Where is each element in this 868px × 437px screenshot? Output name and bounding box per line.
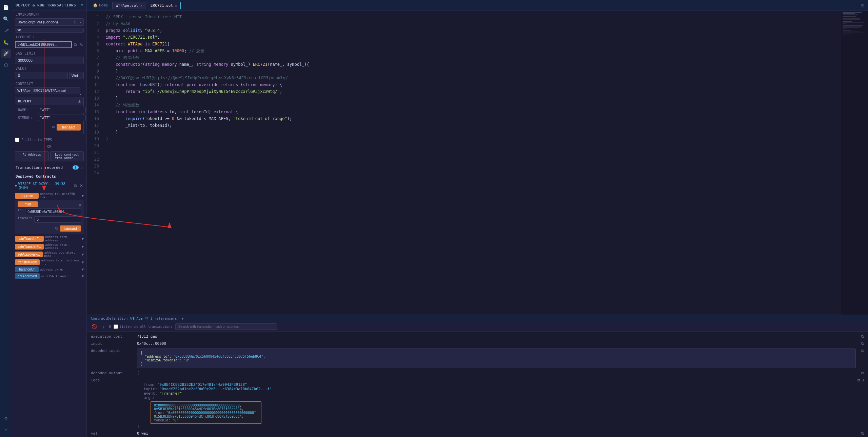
symbol-label: SYMBOL: xyxy=(18,116,37,120)
load-contract-btn[interactable]: Load contract from Addre... xyxy=(50,151,84,161)
decoded-input-line4: ] xyxy=(141,362,852,366)
split-editor-btn[interactable]: ⊡ xyxy=(860,2,865,9)
get-approved-btn[interactable]: getApproved xyxy=(15,273,40,279)
mint-section: mint ▲ to: tokenId: ⧉ transact xyxy=(15,200,84,234)
logs-event: event: "Transfer" xyxy=(144,391,852,396)
deploy-symbol-row: SYMBOL: xyxy=(18,115,81,121)
wtfape-tab-label: WTFApe.sol xyxy=(116,3,138,8)
contract-select[interactable]: WTFApe - ERC721/WTFApe.sol xyxy=(15,87,80,94)
home-label: Home xyxy=(99,3,108,7)
get-approved-desc: uint256 tokenId xyxy=(41,275,80,278)
balance-of-chevron-icon: ▼ xyxy=(82,267,84,271)
clear-btn[interactable]: 🚫 xyxy=(90,323,98,330)
scroll-down-btn[interactable]: ↓ xyxy=(101,323,106,330)
value-input[interactable] xyxy=(15,72,68,79)
decoded-input-copy-icon[interactable]: ⧉ xyxy=(861,349,864,368)
publish-ipfs-checkbox[interactable] xyxy=(15,138,19,142)
deploy-label: DEPLOY xyxy=(18,99,32,103)
mint-to-input[interactable] xyxy=(25,208,81,215)
definition-link-icon[interactable]: ⧉ xyxy=(145,316,148,320)
execution-cost-label: execution cost xyxy=(91,334,132,339)
mint-tokenid-input[interactable] xyxy=(34,216,81,223)
definition-bar: ContractDefinition WTFApe ⧉ 1 reference(… xyxy=(87,315,868,322)
deploy-transact-btn[interactable]: transact xyxy=(57,124,81,131)
main-area: 🏠 Home WTFApe.sol ✕ ERC721.sol ✕ ⊡ 12345… xyxy=(87,0,868,437)
plugin-icon[interactable]: ⬡ xyxy=(1,60,11,70)
panel-title: DEPLOY & RUN TRANSACTIONS xyxy=(16,3,76,7)
safe-transfer-from-1-btn[interactable]: safeTransferF... xyxy=(15,236,44,242)
debug-icon[interactable]: 🐛 xyxy=(1,37,11,47)
publish-ipfs-label: Publish to IPFS xyxy=(21,138,52,142)
code-content[interactable]: // SPDX-License-Identifier: MIT // by 0x… xyxy=(100,11,841,315)
mint-transact-btn[interactable]: transact xyxy=(60,225,81,232)
deployed-close-btn[interactable]: ✕ xyxy=(79,183,84,189)
set-approval-chevron-icon: ▼ xyxy=(82,253,84,256)
account-edit-btn[interactable]: ✎ xyxy=(79,42,84,48)
contract-definition-link[interactable]: WTFApe xyxy=(130,317,142,320)
bottom-toolbar: 🚫 ↓ 0 listen on all transactions xyxy=(87,322,868,332)
search-icon[interactable]: 🔍 xyxy=(1,14,11,24)
erc721-tab-label: ERC721.sol xyxy=(151,3,173,8)
safe-transfer-from-1-desc: address from, address ... xyxy=(45,235,80,242)
decoded-output-row: decoded output { ⧉ xyxy=(91,371,864,375)
name-input[interactable] xyxy=(38,107,86,113)
deploy-section: DEPLOY ▲ NAME: SYMBOL: ⧉ transact xyxy=(15,97,84,134)
references-chevron-icon[interactable]: ▼ xyxy=(182,317,184,320)
file-icon[interactable]: 📄 xyxy=(1,3,11,12)
mint-to-row: to: xyxy=(18,208,81,215)
wtfape-tab-close-icon[interactable]: ✕ xyxy=(140,4,142,7)
balance-of-desc: address owner xyxy=(40,268,80,271)
mint-label[interactable]: mint xyxy=(18,201,38,207)
at-address-btn[interactable]: At Address xyxy=(15,151,49,161)
execution-cost-copy-icon[interactable]: ⧉ xyxy=(861,334,864,339)
set-approval-btn[interactable]: setApprovalF... xyxy=(15,252,43,257)
val-copy-icon[interactable]: ⧉ xyxy=(861,431,864,436)
deployed-label: Deployed Contracts xyxy=(16,174,56,179)
logs-bracket-close: ] xyxy=(137,424,852,429)
erc721-tab[interactable]: ERC721.sol ✕ xyxy=(147,2,181,9)
bottom-content: execution cost 71312 gas ⧉ input 0x40c..… xyxy=(87,332,868,437)
references-badge: 1 reference(s) xyxy=(151,317,179,320)
deploy-icon[interactable]: 🚀 xyxy=(1,49,11,58)
symbol-input[interactable] xyxy=(38,115,86,121)
deployed-name-row: ▼ WTFAPE AT 0XD91...39:38 (MEM) ⧉ ✕ xyxy=(15,182,84,190)
source-control-icon[interactable]: ⎇ xyxy=(1,26,11,35)
wtfape-tab[interactable]: WTFApe.sol ✕ xyxy=(112,2,146,9)
decoded-input-row: decoded input [ "address to": "0x5B38BWa… xyxy=(91,349,864,368)
vm-badge: VM xyxy=(15,28,84,33)
transactions-row[interactable]: Transactions recorded 2 › xyxy=(12,163,86,172)
logs-arg4: 0x5B383BWa701c56009454dCfc803Fc8075f56eb… xyxy=(154,415,258,418)
environment-select[interactable]: JavaScript VM (London) xyxy=(15,18,84,26)
deploy-content: NAME: SYMBOL: ⧉ transact xyxy=(15,105,83,134)
mint-header: mint ▲ xyxy=(18,201,81,207)
execution-cost-value: 71312 gas xyxy=(137,334,856,339)
listen-checkbox[interactable] xyxy=(114,324,118,329)
settings-icon[interactable]: ⚙ xyxy=(1,413,11,423)
account-info-icon[interactable]: ℹ xyxy=(33,35,35,39)
home-tab[interactable]: 🏠 Home xyxy=(90,2,112,9)
approve-btn[interactable]: approve xyxy=(15,193,39,199)
expand-icon[interactable]: ▼ xyxy=(15,184,17,188)
transaction-search-input[interactable] xyxy=(175,323,277,330)
env-info-icon[interactable]: ℹ xyxy=(74,20,76,24)
balance-of-btn[interactable]: balanceOf xyxy=(15,266,39,272)
transfer-from-btn[interactable]: transferFrom xyxy=(15,259,40,265)
safe-transfer-from-2-btn[interactable]: safeTransferF... xyxy=(15,244,44,250)
logs-copy-icon[interactable]: ⧉ xyxy=(857,378,860,429)
gas-limit-input[interactable] xyxy=(15,57,84,64)
unit-select[interactable]: Wei Gwei Ether xyxy=(69,72,84,79)
deployed-copy-btn[interactable]: ⧉ xyxy=(73,183,78,189)
decoded-output-value: { xyxy=(137,371,856,375)
safe-transfer-from-1-row: safeTransferF... address from, address .… xyxy=(15,235,84,242)
mint-to-label: to: xyxy=(18,208,23,215)
address-buttons: At Address Load contract from Addre... xyxy=(15,151,84,161)
decoded-output-copy-icon[interactable]: ⧉ xyxy=(861,371,864,375)
input-copy-icon[interactable]: ⧉ xyxy=(861,341,864,346)
account-select[interactable]: 0x5B3...eddC4 (99.9999... xyxy=(15,41,72,48)
panel-menu-icon[interactable]: ≡ xyxy=(81,3,83,7)
account-copy-btn[interactable]: ⧉ xyxy=(73,42,78,48)
deploy-header[interactable]: DEPLOY ▲ xyxy=(15,97,83,105)
mint-tokenid-row: tokenId: xyxy=(18,216,81,223)
erc721-tab-close-icon[interactable]: ✕ xyxy=(175,4,177,7)
logs-expand-icon[interactable]: ↺ xyxy=(862,378,864,429)
